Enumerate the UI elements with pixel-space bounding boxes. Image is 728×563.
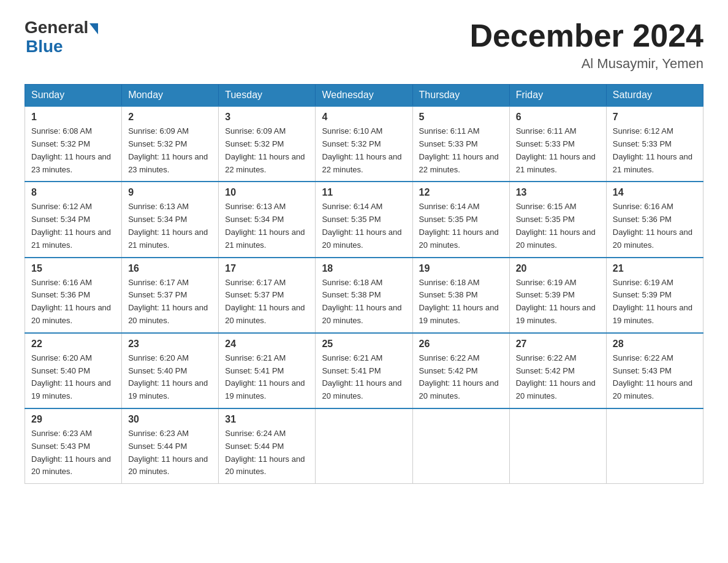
day-number: 23 [128,339,212,350]
day-number: 24 [225,339,309,350]
day-number: 11 [322,187,406,198]
day-cell-14: 14Sunrise: 6:16 AMSunset: 5:36 PMDayligh… [606,182,703,257]
day-number: 8 [31,187,115,198]
day-cell-29: 29Sunrise: 6:23 AMSunset: 5:43 PMDayligh… [25,408,122,484]
day-cell-16: 16Sunrise: 6:17 AMSunset: 5:37 PMDayligh… [122,258,219,333]
day-info: Sunrise: 6:11 AMSunset: 5:33 PMDaylight:… [419,125,503,176]
day-number: 20 [516,263,600,274]
day-number: 6 [516,112,600,123]
day-cell-22: 22Sunrise: 6:20 AMSunset: 5:40 PMDayligh… [25,333,122,408]
day-number: 30 [128,414,212,425]
day-cell-24: 24Sunrise: 6:21 AMSunset: 5:41 PMDayligh… [219,333,316,408]
day-cell-18: 18Sunrise: 6:18 AMSunset: 5:38 PMDayligh… [316,258,412,333]
day-cell-6: 6Sunrise: 6:11 AMSunset: 5:33 PMDaylight… [509,106,606,182]
day-cell-25: 25Sunrise: 6:21 AMSunset: 5:41 PMDayligh… [316,333,412,408]
column-header-tuesday: Tuesday [219,85,316,107]
day-cell-1: 1Sunrise: 6:08 AMSunset: 5:32 PMDaylight… [25,106,122,182]
day-info: Sunrise: 6:13 AMSunset: 5:34 PMDaylight:… [225,201,309,251]
logo-general-text: General [25,18,88,37]
column-header-friday: Friday [509,85,606,107]
day-info: Sunrise: 6:19 AMSunset: 5:39 PMDaylight:… [516,277,600,327]
empty-cell [606,408,703,484]
day-info: Sunrise: 6:22 AMSunset: 5:42 PMDaylight:… [516,352,600,403]
day-info: Sunrise: 6:19 AMSunset: 5:39 PMDaylight:… [613,277,697,327]
day-cell-17: 17Sunrise: 6:17 AMSunset: 5:37 PMDayligh… [219,258,316,333]
calendar-header-row: SundayMondayTuesdayWednesdayThursdayFrid… [25,85,703,107]
day-number: 29 [31,414,115,425]
day-number: 5 [419,112,503,123]
day-info: Sunrise: 6:20 AMSunset: 5:40 PMDaylight:… [31,352,115,403]
day-number: 18 [322,263,406,274]
week-row-1: 1Sunrise: 6:08 AMSunset: 5:32 PMDaylight… [25,106,703,182]
day-info: Sunrise: 6:13 AMSunset: 5:34 PMDaylight:… [128,201,212,251]
day-cell-31: 31Sunrise: 6:24 AMSunset: 5:44 PMDayligh… [219,408,316,484]
day-cell-26: 26Sunrise: 6:22 AMSunset: 5:42 PMDayligh… [412,333,509,408]
day-cell-3: 3Sunrise: 6:09 AMSunset: 5:32 PMDaylight… [219,106,316,182]
day-info: Sunrise: 6:14 AMSunset: 5:35 PMDaylight:… [419,201,503,251]
day-number: 19 [419,263,503,274]
day-info: Sunrise: 6:21 AMSunset: 5:41 PMDaylight:… [225,352,309,403]
logo-arrow-icon [89,23,98,34]
day-number: 1 [31,112,115,123]
day-cell-30: 30Sunrise: 6:23 AMSunset: 5:44 PMDayligh… [122,408,219,484]
day-number: 25 [322,339,406,350]
week-row-2: 8Sunrise: 6:12 AMSunset: 5:34 PMDaylight… [25,182,703,257]
day-cell-11: 11Sunrise: 6:14 AMSunset: 5:35 PMDayligh… [316,182,412,257]
day-number: 31 [225,414,309,425]
day-number: 4 [322,112,406,123]
day-number: 15 [31,263,115,274]
day-info: Sunrise: 6:17 AMSunset: 5:37 PMDaylight:… [128,277,212,327]
day-info: Sunrise: 6:12 AMSunset: 5:33 PMDaylight:… [613,125,697,176]
day-number: 26 [419,339,503,350]
column-header-thursday: Thursday [412,85,509,107]
day-cell-8: 8Sunrise: 6:12 AMSunset: 5:34 PMDaylight… [25,182,122,257]
logo-blue-text: Blue [26,37,63,56]
week-row-3: 15Sunrise: 6:16 AMSunset: 5:36 PMDayligh… [25,258,703,333]
page-header: General Blue December 2024 Al Musaymir, … [25,18,703,72]
day-info: Sunrise: 6:16 AMSunset: 5:36 PMDaylight:… [31,277,115,327]
day-info: Sunrise: 6:18 AMSunset: 5:38 PMDaylight:… [419,277,503,327]
month-title: December 2024 [469,18,703,53]
day-info: Sunrise: 6:08 AMSunset: 5:32 PMDaylight:… [31,125,115,176]
day-info: Sunrise: 6:15 AMSunset: 5:35 PMDaylight:… [516,201,600,251]
day-cell-7: 7Sunrise: 6:12 AMSunset: 5:33 PMDaylight… [606,106,703,182]
day-cell-28: 28Sunrise: 6:22 AMSunset: 5:43 PMDayligh… [606,333,703,408]
day-number: 7 [613,112,697,123]
day-number: 10 [225,187,309,198]
day-info: Sunrise: 6:23 AMSunset: 5:44 PMDaylight:… [128,427,212,478]
day-number: 21 [613,263,697,274]
day-info: Sunrise: 6:22 AMSunset: 5:42 PMDaylight:… [419,352,503,403]
day-number: 22 [31,339,115,350]
day-info: Sunrise: 6:14 AMSunset: 5:35 PMDaylight:… [322,201,406,251]
day-cell-5: 5Sunrise: 6:11 AMSunset: 5:33 PMDaylight… [412,106,509,182]
column-header-sunday: Sunday [25,85,122,107]
day-number: 28 [613,339,697,350]
day-info: Sunrise: 6:16 AMSunset: 5:36 PMDaylight:… [613,201,697,251]
day-info: Sunrise: 6:17 AMSunset: 5:37 PMDaylight:… [225,277,309,327]
empty-cell [412,408,509,484]
day-cell-12: 12Sunrise: 6:14 AMSunset: 5:35 PMDayligh… [412,182,509,257]
day-info: Sunrise: 6:12 AMSunset: 5:34 PMDaylight:… [31,201,115,251]
day-number: 9 [128,187,212,198]
day-cell-23: 23Sunrise: 6:20 AMSunset: 5:40 PMDayligh… [122,333,219,408]
day-cell-21: 21Sunrise: 6:19 AMSunset: 5:39 PMDayligh… [606,258,703,333]
day-number: 13 [516,187,600,198]
day-cell-15: 15Sunrise: 6:16 AMSunset: 5:36 PMDayligh… [25,258,122,333]
day-info: Sunrise: 6:18 AMSunset: 5:38 PMDaylight:… [322,277,406,327]
day-info: Sunrise: 6:09 AMSunset: 5:32 PMDaylight:… [225,125,309,176]
day-cell-9: 9Sunrise: 6:13 AMSunset: 5:34 PMDaylight… [122,182,219,257]
day-cell-10: 10Sunrise: 6:13 AMSunset: 5:34 PMDayligh… [219,182,316,257]
week-row-5: 29Sunrise: 6:23 AMSunset: 5:43 PMDayligh… [25,408,703,484]
day-cell-19: 19Sunrise: 6:18 AMSunset: 5:38 PMDayligh… [412,258,509,333]
day-cell-2: 2Sunrise: 6:09 AMSunset: 5:32 PMDaylight… [122,106,219,182]
day-number: 12 [419,187,503,198]
day-number: 16 [128,263,212,274]
day-info: Sunrise: 6:21 AMSunset: 5:41 PMDaylight:… [322,352,406,403]
empty-cell [509,408,606,484]
column-header-monday: Monday [122,85,219,107]
day-cell-13: 13Sunrise: 6:15 AMSunset: 5:35 PMDayligh… [509,182,606,257]
day-info: Sunrise: 6:11 AMSunset: 5:33 PMDaylight:… [516,125,600,176]
column-header-wednesday: Wednesday [316,85,412,107]
day-info: Sunrise: 6:24 AMSunset: 5:44 PMDaylight:… [225,427,309,478]
day-cell-27: 27Sunrise: 6:22 AMSunset: 5:42 PMDayligh… [509,333,606,408]
